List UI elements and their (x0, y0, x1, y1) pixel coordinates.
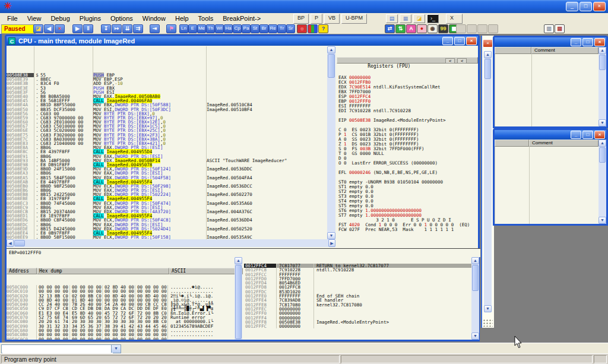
child-close-button[interactable]: × (594, 38, 605, 46)
plugin-button-bp[interactable]: BP (293, 14, 309, 24)
child-restore-button[interactable]: □ (582, 131, 593, 139)
appearance-gear-icon[interactable]: ☼ (297, 24, 307, 33)
background-window-scrollbar[interactable]: ▲ ▼ (484, 51, 492, 312)
animate-over-icon[interactable]: ⇉ (133, 24, 143, 33)
menu-view[interactable]: View (23, 15, 46, 22)
disasm-row[interactable]: 00508EB0.8B0D 98F25000MOV ECX,DWORD PTR … (7, 184, 327, 188)
cpu-window-titlebar[interactable]: C CPU - main thread, module ImageRed _□× (7, 36, 478, 46)
menu-options[interactable]: Options (106, 15, 138, 22)
column-header-blank[interactable] (495, 47, 531, 54)
resize-grip[interactable] (483, 319, 493, 327)
pane-button-th[interactable]: Th (206, 24, 215, 33)
stack-row[interactable]: 0012FFE87C817080kernel32.7C817080 (244, 303, 471, 307)
close-program-icon[interactable]: × (55, 24, 65, 33)
dump-header-hex[interactable]: Hex dump (37, 268, 169, 274)
step-into-icon[interactable]: ↧ (101, 24, 111, 33)
stack-row[interactable]: 0012FFEC00000000 (244, 307, 471, 311)
comment-window-top-titlebar[interactable]: _□× (495, 37, 606, 47)
command-combobox[interactable]: ▼ (1, 344, 121, 353)
pane-button-cp[interactable]: Cp (233, 24, 242, 33)
plugin-button-vb[interactable]: VB (324, 14, 340, 24)
record-icon[interactable]: ● (417, 24, 427, 33)
dump-header-ascii[interactable]: ASCII (169, 268, 243, 274)
animate-into-icon[interactable]: ⇊ (122, 24, 132, 33)
cpu-close-button[interactable]: × (466, 37, 477, 45)
disasm-row[interactable]: 00508EE9.8B0D 58F15000MOV ECX,DWORD PTR … (7, 235, 327, 239)
command-input[interactable] (2, 346, 113, 353)
pane-button-pa[interactable]: Pa (242, 24, 251, 33)
menu-breakpoint[interactable]: BreakPoint-> (218, 15, 265, 22)
updown-icon[interactable]: ⇅ (395, 24, 406, 33)
disasm-row[interactable]: 00508E9D.8B0D 24F15000MOV ECX,DWORD PTR … (7, 167, 327, 171)
stack-row[interactable]: 0012FFD07FFD7000 (244, 277, 471, 281)
spiral-icon[interactable]: ◉ (428, 24, 438, 33)
disasm-row[interactable]: 00508ED6.8B0D C8F45000MOV ECX,DWORD PTR … (7, 218, 327, 222)
analyze-a-icon[interactable]: A (406, 24, 416, 33)
folder-icon[interactable]: ◪ (413, 14, 425, 23)
comment-window-bottom-titlebar[interactable]: _□× (495, 130, 606, 140)
stack-row[interactable]: 0012FFCCFFFFFFFF (244, 273, 471, 277)
pane-button-sr[interactable]: Sr (286, 24, 295, 33)
register-line[interactable]: EDI 7C910228 ntdll.7C910228 (338, 109, 478, 113)
disasm-row[interactable]: 00508E8C.E8 4397F8FFCALL ImageRed.004955… (7, 150, 327, 154)
child-restore-button[interactable]: □ (582, 38, 593, 46)
stack-row[interactable]: 0012FFD80012FFC8 (244, 285, 471, 289)
column-header-comment[interactable]: Comment (531, 47, 598, 54)
execute-till-return-icon[interactable]: ⇥ (150, 24, 160, 33)
disasm-row[interactable]: 00508EC3.8B0D 74F45000MOV ECX,DWORD PTR … (7, 201, 327, 205)
comment-window-top-scrollbar[interactable]: ▲ ▼ (598, 47, 606, 126)
child-minimize-button[interactable]: _ (571, 131, 581, 139)
pane-button-ha[interactable]: Ha (224, 24, 233, 33)
pause-icon[interactable]: ‖ (83, 24, 93, 33)
registers-next-button[interactable]: < (457, 58, 467, 64)
minimize-button[interactable]: _ (566, 2, 578, 11)
pane-button-tr[interactable]: Tr (277, 24, 286, 33)
dump-row[interactable]: 0050C0C000 00 00 0000 00 00 0000 00 00 0… (7, 337, 243, 340)
restart-icon[interactable]: ◀ (44, 24, 54, 33)
dump-header-address[interactable]: Address (7, 268, 37, 274)
dump-vscrollbar[interactable]: ▲ (235, 257, 242, 340)
disasm-row[interactable]: 00508E38$55PUSH EBP (7, 73, 327, 77)
pane-button-br[interactable]: Br (259, 24, 268, 33)
column-header-blank[interactable] (495, 140, 529, 147)
restore-button[interactable]: □ (580, 2, 592, 11)
cpu-maximize-button[interactable]: □ (454, 37, 465, 45)
step-over-icon[interactable]: ↦ (112, 24, 122, 33)
stack-row[interactable]: 0012FFFC00000000 (244, 324, 471, 328)
pane-button-wi[interactable]: Wi (215, 24, 224, 33)
stack-row[interactable]: 0012FFC87C910228ntdll.7C910228 (244, 268, 471, 272)
titlebar[interactable]: ✳ _□× (0, 0, 608, 13)
stack-row[interactable]: 0012FFF800508E38ImageRed.<ModuleEntryPoi… (244, 320, 471, 324)
comment-window-top-body[interactable] (495, 54, 598, 126)
layout-right-icon[interactable]: ▤ (555, 24, 565, 33)
child-minimize-button[interactable]: _ (571, 38, 581, 46)
register-line[interactable]: EIP 00508E38 ImageRed.<ModuleEntryPoint> (338, 118, 478, 123)
help-icon[interactable]: ? (318, 24, 328, 33)
plugin-button-p[interactable]: P (311, 14, 322, 24)
stack-row[interactable]: 0012FFD48054B6ED (244, 281, 471, 285)
stack-row[interactable]: 0012FFF000000000 (244, 311, 471, 315)
stack-row[interactable]: 0012FFE0FFFFFFFFEnd of SEH chain (244, 294, 471, 298)
pane-button-re[interactable]: Re (268, 24, 277, 33)
menu-debug[interactable]: Debug (46, 15, 74, 22)
sync-icon[interactable]: ⇄ (385, 24, 395, 33)
comment-window-bottom-scrollbar[interactable]: ▲ ▼ (598, 140, 606, 224)
cpu-minimize-button[interactable]: _ (442, 37, 453, 45)
menu-tools[interactable]: Tools (194, 15, 218, 22)
disassembly-hscrollbar[interactable]: ◀ ▶ (7, 239, 335, 247)
console-icon[interactable]: ›_ (427, 14, 439, 23)
menu-help[interactable]: Help (170, 15, 194, 22)
stack-vscrollbar[interactable]: ▲ ▼ (471, 257, 479, 340)
trace-mark-icon[interactable]: ⚑ (166, 24, 176, 33)
open-icon[interactable]: ◪ (33, 24, 43, 33)
plugin-close-button[interactable]: X (446, 14, 463, 24)
digits-icon[interactable]: 99 (438, 24, 448, 33)
comment-window-bottom-body[interactable] (495, 147, 598, 224)
menu-plugins[interactable]: Plugins (75, 15, 106, 22)
pane-button-me[interactable]: Me (197, 24, 206, 33)
disassembly-vscrollbar[interactable]: ▲ ▼ (327, 46, 335, 239)
background-window-close-icon[interactable]: × (483, 39, 493, 48)
register-line[interactable]: T 0 GS 0000 NULL (338, 151, 478, 156)
register-line[interactable]: EFL 00000246 (NO,NB,E,BE,NS,PE,GE,LE) (338, 170, 478, 175)
run-icon[interactable]: ▶ (72, 24, 83, 33)
